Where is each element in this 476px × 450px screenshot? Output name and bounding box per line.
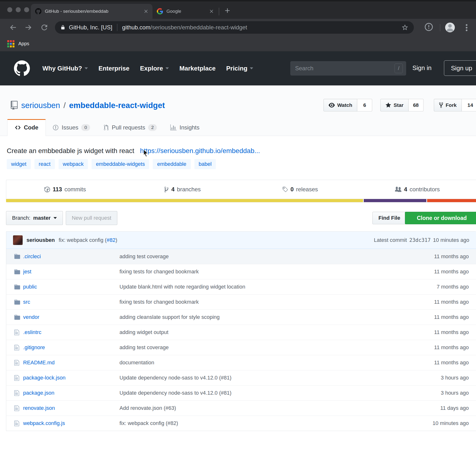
topic-tag[interactable]: webpack (59, 159, 88, 169)
topic-tag[interactable]: react (34, 159, 55, 169)
tab-code[interactable]: Code (7, 119, 46, 136)
file-name-link[interactable]: README.md (23, 360, 119, 366)
topic-tag[interactable]: embeddable (153, 159, 191, 169)
site-security-label[interactable]: GitHub, Inc. [US] (69, 24, 112, 31)
nav-why-github[interactable]: Why GitHub? (42, 65, 88, 72)
commit-message-link[interactable]: adding widget output (119, 329, 413, 335)
folder-icon (14, 284, 20, 290)
file-icon (14, 390, 20, 396)
commit-author-link[interactable]: seriousben (26, 237, 55, 243)
repo-website-link[interactable]: https://seriousben.github.io/embeddab... (140, 147, 260, 155)
file-name-link[interactable]: src (23, 299, 119, 305)
issue-reference-link[interactable]: #82 (107, 237, 116, 243)
nav-enterprise[interactable]: Enterprise (99, 65, 130, 72)
commit-message-link[interactable]: Update dependency node-sass to v4.12.0 (… (119, 390, 413, 396)
window-minimize-button[interactable] (16, 7, 21, 12)
language-bar (6, 199, 476, 202)
browser-tab-github[interactable]: GitHub - seriousben/embeddab (31, 4, 152, 19)
watch-button[interactable]: Watch (324, 99, 357, 111)
window-close-button[interactable] (7, 7, 12, 12)
clone-or-download-button[interactable]: Clone or download (405, 212, 476, 224)
apps-bookmark[interactable]: Apps (18, 41, 29, 46)
repo-owner-link[interactable]: seriousben (21, 101, 60, 110)
language-segment-html[interactable] (427, 199, 476, 202)
file-name-link[interactable]: vendor (23, 314, 119, 320)
sign-in-link[interactable]: Sign in (412, 64, 432, 72)
commit-message-link[interactable]: Add renovate.json (#63) (119, 405, 413, 411)
file-name-link[interactable]: webpack.config.js (23, 420, 119, 426)
fork-button[interactable]: Fork (434, 99, 462, 111)
new-tab-button[interactable] (224, 7, 231, 14)
browser-menu-icon[interactable] (462, 23, 471, 32)
contributors-stat[interactable]: 4contributors (359, 186, 476, 193)
nav-marketplace[interactable]: Marketplace (179, 65, 216, 72)
tab-title: Google (166, 9, 206, 14)
tab-issues[interactable]: Issues 0 (46, 119, 97, 136)
star-count[interactable]: 68 (409, 99, 423, 111)
commit-sha-link[interactable]: 23dc317 (409, 237, 431, 243)
file-name-link[interactable]: .circleci (23, 253, 119, 260)
info-icon[interactable] (424, 22, 434, 32)
file-name-link[interactable]: jest (23, 269, 119, 275)
tab-close-icon[interactable] (144, 9, 148, 13)
author-avatar[interactable] (13, 235, 23, 245)
topic-tag[interactable]: babel (194, 159, 216, 169)
commit-message-link[interactable]: fix: webpack config (#82) (119, 420, 413, 426)
reload-button[interactable] (40, 23, 49, 32)
github-logo-icon[interactable] (14, 60, 30, 76)
bookmark-star-icon[interactable] (401, 24, 409, 31)
branch-selector-button[interactable]: Branch: master (6, 211, 63, 225)
apps-grid-icon[interactable] (7, 40, 14, 47)
topic-tag[interactable]: embeddable-widgets (92, 159, 149, 169)
forward-button[interactable] (24, 23, 33, 32)
file-name-link[interactable]: package.json (23, 390, 119, 396)
file-updated-time: 7 months ago (413, 284, 476, 290)
star-button[interactable]: Star (380, 99, 409, 111)
repo-stats-box: 113commits 4branches 0releases 4contribu… (6, 180, 476, 199)
commit-message-link[interactable]: documentation (119, 360, 413, 366)
language-segment-javascript[interactable] (6, 199, 363, 202)
commit-message-link[interactable]: fixing tests for changed bookmark (119, 269, 413, 275)
tab-divider (219, 8, 219, 15)
browser-tab-google[interactable]: Google (152, 4, 218, 19)
new-pull-request-button[interactable]: New pull request (66, 211, 117, 225)
tab-close-icon[interactable] (209, 9, 214, 13)
window-zoom-button[interactable] (24, 7, 29, 12)
file-name-link[interactable]: .eslintrc (23, 329, 119, 335)
find-file-button[interactable]: Find File (372, 212, 406, 224)
commit-message-link[interactable]: adding cleanslate support for style scop… (119, 314, 413, 320)
file-name-link[interactable]: .gitignore (23, 344, 119, 351)
commit-message-link[interactable]: adding test coverage (119, 344, 413, 351)
branches-stat[interactable]: 4branches (124, 186, 241, 193)
tab-insights[interactable]: Insights (164, 119, 206, 136)
macos-traffic-lights[interactable] (7, 7, 29, 12)
commit-message-link[interactable]: adding test coverage (119, 253, 413, 260)
address-bar[interactable]: GitHub, Inc. [US] github.com/seriousben/… (55, 21, 414, 34)
star-icon (385, 102, 391, 108)
url-path: /seriousben/embeddable-react-widget (150, 24, 247, 31)
back-button[interactable] (9, 23, 17, 32)
search-input[interactable] (295, 65, 395, 72)
watch-count[interactable]: 6 (357, 99, 372, 111)
file-name-link[interactable]: package-lock.json (23, 375, 119, 381)
topic-tag[interactable]: widget (7, 159, 31, 169)
profile-avatar-icon[interactable] (445, 22, 455, 33)
github-search-box[interactable]: / (290, 61, 406, 76)
file-name-link[interactable]: renovate.json (23, 405, 119, 411)
releases-stat[interactable]: 0releases (241, 186, 359, 193)
commits-stat[interactable]: 113commits (6, 186, 124, 193)
language-segment-css[interactable] (364, 199, 426, 202)
nav-pricing[interactable]: Pricing (226, 65, 253, 72)
commit-message[interactable]: fix: webpack config (#82) (59, 237, 117, 243)
commit-message-link[interactable]: Update blank.html with note regarding wi… (119, 284, 413, 290)
bookmarks-bar: Apps (0, 36, 476, 51)
repo-slash: / (63, 101, 66, 110)
file-name-link[interactable]: public (23, 284, 119, 290)
nav-explore[interactable]: Explore (140, 65, 169, 72)
sign-up-button[interactable]: Sign up (444, 60, 476, 76)
commit-message-link[interactable]: fixing tests for changed bookmark (119, 299, 413, 305)
tab-pull-requests[interactable]: Pull requests 2 (97, 119, 164, 136)
repo-name-link[interactable]: embeddable-react-widget (69, 101, 165, 110)
commit-message-link[interactable]: Update dependency node-sass to v4.12.0 (… (119, 375, 413, 381)
fork-count[interactable]: 14 (462, 99, 476, 111)
